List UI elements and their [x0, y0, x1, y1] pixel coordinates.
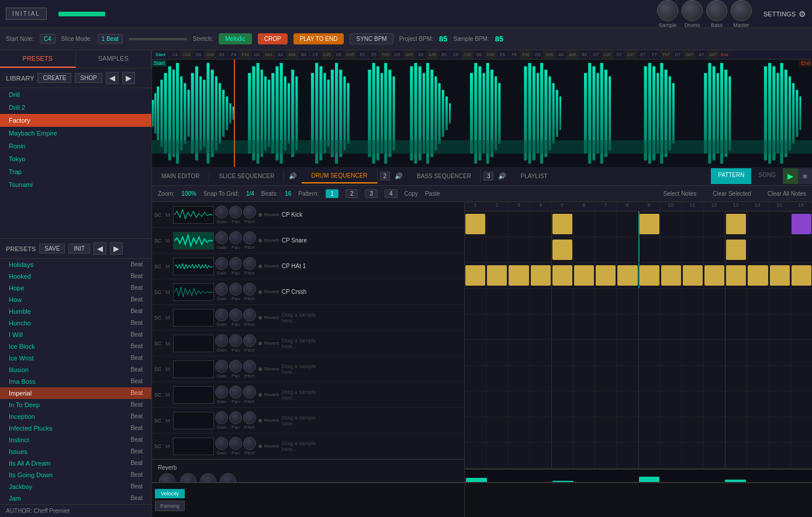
- paste-button[interactable]: Paste: [425, 190, 440, 197]
- grid-cell[interactable]: [661, 417, 682, 442]
- sample-knob[interactable]: [657, 0, 678, 21]
- crash-pan-knob[interactable]: [229, 283, 242, 296]
- grid-cell[interactable]: [552, 443, 573, 468]
- grid-cell[interactable]: [747, 211, 769, 237]
- preset-item[interactable]: Ice BlockBeat: [0, 341, 151, 352]
- pattern-4-button[interactable]: 4: [385, 189, 398, 198]
- grid-cell[interactable]: [508, 366, 530, 391]
- pattern-button[interactable]: PATTERN: [711, 168, 751, 184]
- m-button[interactable]: M: [164, 212, 172, 218]
- snare-gain-knob[interactable]: [215, 231, 228, 244]
- empty8-pitch-knob[interactable]: [243, 386, 256, 398]
- grid-cell[interactable]: [704, 211, 725, 237]
- empty9-pitch-knob[interactable]: [243, 411, 256, 424]
- grid-row-kick[interactable]: [465, 211, 812, 237]
- grid-cell[interactable]: [573, 314, 595, 339]
- grid-cell[interactable]: [465, 417, 486, 442]
- grid-row-9[interactable]: [465, 417, 812, 443]
- clear-all-button[interactable]: Clear All Notes: [768, 190, 806, 197]
- velocity-button[interactable]: Velocity: [155, 489, 185, 498]
- start-note-value[interactable]: C4: [40, 34, 56, 44]
- grid-cell[interactable]: [791, 366, 812, 391]
- panning-button[interactable]: Panning: [155, 501, 185, 511]
- master-knob[interactable]: [731, 0, 752, 21]
- grid-cell[interactable]: [573, 289, 595, 314]
- grid-cell[interactable]: [595, 237, 617, 262]
- grid-cell[interactable]: [465, 366, 486, 391]
- grid-cell[interactable]: [682, 417, 704, 442]
- grid-cell[interactable]: [661, 391, 682, 417]
- grid-cell[interactable]: [769, 340, 791, 365]
- grid-cell[interactable]: [639, 289, 661, 314]
- grid-row-crash[interactable]: [465, 289, 812, 314]
- grid-cell[interactable]: [465, 237, 486, 262]
- grid-cell[interactable]: [725, 366, 747, 391]
- save-preset-button[interactable]: SAVE: [39, 244, 65, 254]
- grid-cell[interactable]: [595, 211, 617, 237]
- grid-row-snare[interactable]: [465, 237, 812, 263]
- grid-cell[interactable]: [573, 417, 595, 442]
- empty6-pan-knob[interactable]: [229, 334, 242, 347]
- empty7-pan-knob[interactable]: [229, 360, 242, 373]
- hat-gain-knob[interactable]: [215, 257, 228, 270]
- grid-cell[interactable]: [486, 289, 508, 314]
- grid-cell[interactable]: [573, 391, 595, 417]
- grid-cell[interactable]: [530, 366, 552, 391]
- grid-cell[interactable]: [791, 443, 812, 468]
- grid-cell[interactable]: [486, 443, 508, 468]
- grid-cell[interactable]: [639, 391, 661, 417]
- grid-cell[interactable]: [747, 366, 769, 391]
- m-button[interactable]: M: [164, 341, 172, 346]
- grid-cell[interactable]: [617, 237, 638, 262]
- grid-cell[interactable]: [661, 314, 682, 339]
- grid-cell[interactable]: [791, 314, 812, 339]
- grid-cell[interactable]: [465, 391, 486, 417]
- preset-item[interactable]: JamBeat: [0, 492, 151, 504]
- empty10-pitch-knob[interactable]: [243, 437, 256, 450]
- grid-cell[interactable]: [617, 443, 638, 468]
- damping-knob[interactable]: [200, 473, 216, 482]
- preset-item[interactable]: HumbleBeat: [0, 306, 151, 317]
- grid-cell[interactable]: [617, 366, 638, 391]
- preset-prev-button[interactable]: ◀: [94, 242, 106, 255]
- grid-cell[interactable]: [465, 289, 486, 314]
- empty10-reverb-dot[interactable]: [258, 445, 262, 448]
- playlist-tab[interactable]: PLAYLIST: [511, 169, 557, 183]
- m-button[interactable]: M: [164, 315, 172, 321]
- grid-cell[interactable]: [639, 237, 661, 262]
- empty8-pan-knob[interactable]: [229, 386, 242, 398]
- grid-cell[interactable]: [791, 289, 812, 314]
- play-button[interactable]: ▶: [783, 168, 798, 184]
- preset-item[interactable]: HowBeat: [0, 294, 151, 306]
- preset-next-button[interactable]: ▶: [110, 242, 123, 255]
- grid-cell[interactable]: [769, 417, 791, 442]
- grid-cell[interactable]: [682, 340, 704, 365]
- hat-reverb-dot[interactable]: [258, 265, 262, 268]
- empty9-pan-knob[interactable]: [229, 411, 242, 424]
- preset-item[interactable]: HopeBeat: [0, 282, 151, 294]
- preset-item[interactable]: Infected PlucksBeat: [0, 422, 151, 434]
- grid-cell[interactable]: [617, 289, 638, 314]
- grid-cell[interactable]: [791, 391, 812, 417]
- grid-cell[interactable]: [617, 417, 638, 442]
- bass-knob[interactable]: [706, 0, 727, 21]
- grid-cell[interactable]: [617, 391, 638, 417]
- grid-cell[interactable]: [595, 391, 617, 417]
- grid-cell[interactable]: [508, 314, 530, 339]
- grid-cell[interactable]: [508, 340, 530, 365]
- kick-gain-knob[interactable]: [215, 206, 228, 218]
- grid-cell[interactable]: [552, 340, 573, 365]
- kick-pitch-knob[interactable]: [243, 206, 256, 218]
- grid-cell[interactable]: [595, 289, 617, 314]
- sc-button[interactable]: SC: [152, 341, 164, 346]
- grid-cell[interactable]: [486, 314, 508, 339]
- project-bpm-value[interactable]: 85: [439, 34, 447, 43]
- grid-cell[interactable]: [486, 366, 508, 391]
- grid-cell[interactable]: [486, 263, 508, 288]
- slice-mode-value[interactable]: 1 Beat: [98, 34, 123, 44]
- stretch-mode-button[interactable]: Melodic: [219, 33, 251, 44]
- grid-row-hat[interactable]: [465, 263, 812, 289]
- m-button[interactable]: M: [164, 263, 172, 269]
- grid-cell[interactable]: [617, 263, 638, 288]
- grid-cell[interactable]: [682, 366, 704, 391]
